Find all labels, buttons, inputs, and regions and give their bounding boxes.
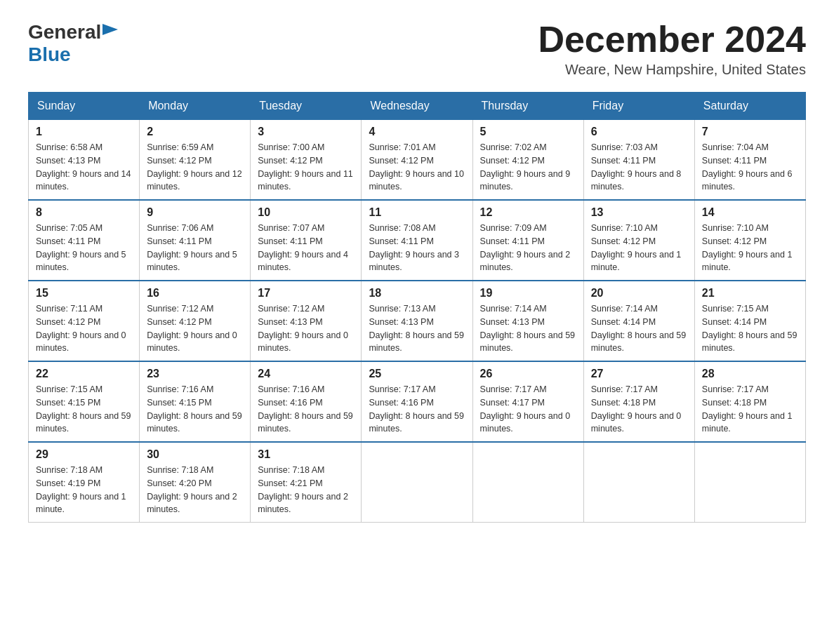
calendar-cell: 20Sunrise: 7:14 AMSunset: 4:14 PMDayligh…: [583, 281, 694, 361]
calendar-cell: 10Sunrise: 7:07 AMSunset: 4:11 PMDayligh…: [251, 200, 362, 281]
day-number: 19: [480, 287, 576, 300]
day-number: 17: [258, 287, 354, 300]
day-info: Sunrise: 7:17 AMSunset: 4:18 PMDaylight:…: [591, 383, 687, 436]
day-number: 3: [258, 126, 354, 138]
calendar-cell: [694, 442, 805, 523]
column-header-wednesday: Wednesday: [362, 93, 472, 120]
day-info: Sunrise: 7:14 AMSunset: 4:14 PMDaylight:…: [591, 302, 687, 355]
day-number: 21: [702, 287, 798, 300]
day-info: Sunrise: 7:01 AMSunset: 4:12 PMDaylight:…: [369, 141, 465, 194]
day-number: 31: [258, 448, 354, 461]
day-number: 29: [36, 448, 132, 461]
day-info: Sunrise: 7:07 AMSunset: 4:11 PMDaylight:…: [258, 222, 354, 274]
calendar-header-row: SundayMondayTuesdayWednesdayThursdayFrid…: [29, 93, 806, 120]
day-info: Sunrise: 7:16 AMSunset: 4:15 PMDaylight:…: [147, 383, 243, 436]
day-number: 14: [702, 206, 798, 219]
logo: General Blue: [28, 21, 118, 66]
day-number: 22: [36, 368, 132, 380]
day-info: Sunrise: 7:18 AMSunset: 4:20 PMDaylight:…: [147, 464, 243, 516]
day-number: 24: [258, 368, 354, 380]
day-number: 4: [369, 126, 465, 138]
day-number: 11: [369, 206, 465, 219]
day-number: 12: [480, 206, 576, 219]
day-number: 13: [591, 206, 687, 219]
day-info: Sunrise: 7:18 AMSunset: 4:19 PMDaylight:…: [36, 464, 132, 516]
day-info: Sunrise: 7:16 AMSunset: 4:16 PMDaylight:…: [258, 383, 354, 436]
day-info: Sunrise: 7:11 AMSunset: 4:12 PMDaylight:…: [36, 302, 132, 355]
day-info: Sunrise: 7:04 AMSunset: 4:11 PMDaylight:…: [702, 141, 798, 194]
logo-arrow-icon: [102, 24, 118, 39]
calendar-cell: 26Sunrise: 7:17 AMSunset: 4:17 PMDayligh…: [472, 361, 583, 442]
day-info: Sunrise: 7:15 AMSunset: 4:15 PMDaylight:…: [36, 383, 132, 436]
svg-marker-0: [102, 24, 118, 35]
calendar-cell: [583, 442, 694, 523]
calendar-cell: [362, 442, 472, 523]
calendar-week-row: 1Sunrise: 6:58 AMSunset: 4:13 PMDaylight…: [29, 120, 806, 201]
day-info: Sunrise: 7:00 AMSunset: 4:12 PMDaylight:…: [258, 141, 354, 194]
day-info: Sunrise: 7:10 AMSunset: 4:12 PMDaylight:…: [591, 222, 687, 274]
calendar-cell: 16Sunrise: 7:12 AMSunset: 4:12 PMDayligh…: [140, 281, 251, 361]
day-info: Sunrise: 7:17 AMSunset: 4:18 PMDaylight:…: [702, 383, 798, 436]
calendar-cell: 11Sunrise: 7:08 AMSunset: 4:11 PMDayligh…: [362, 200, 472, 281]
calendar-cell: 19Sunrise: 7:14 AMSunset: 4:13 PMDayligh…: [472, 281, 583, 361]
day-number: 16: [147, 287, 243, 300]
day-info: Sunrise: 7:06 AMSunset: 4:11 PMDaylight:…: [147, 222, 243, 274]
day-number: 23: [147, 368, 243, 380]
day-info: Sunrise: 7:12 AMSunset: 4:12 PMDaylight:…: [147, 302, 243, 355]
day-number: 20: [591, 287, 687, 300]
calendar-week-row: 29Sunrise: 7:18 AMSunset: 4:19 PMDayligh…: [29, 442, 806, 523]
calendar-cell: 25Sunrise: 7:17 AMSunset: 4:16 PMDayligh…: [362, 361, 472, 442]
calendar-cell: 23Sunrise: 7:16 AMSunset: 4:15 PMDayligh…: [140, 361, 251, 442]
day-info: Sunrise: 7:14 AMSunset: 4:13 PMDaylight:…: [480, 302, 576, 355]
calendar-cell: 14Sunrise: 7:10 AMSunset: 4:12 PMDayligh…: [694, 200, 805, 281]
calendar-cell: 4Sunrise: 7:01 AMSunset: 4:12 PMDaylight…: [362, 120, 472, 201]
calendar-cell: 5Sunrise: 7:02 AMSunset: 4:12 PMDaylight…: [472, 120, 583, 201]
calendar-cell: 24Sunrise: 7:16 AMSunset: 4:16 PMDayligh…: [251, 361, 362, 442]
day-info: Sunrise: 7:03 AMSunset: 4:11 PMDaylight:…: [591, 141, 687, 194]
day-number: 7: [702, 126, 798, 138]
calendar-cell: 31Sunrise: 7:18 AMSunset: 4:21 PMDayligh…: [251, 442, 362, 523]
day-info: Sunrise: 7:02 AMSunset: 4:12 PMDaylight:…: [480, 141, 576, 194]
day-number: 18: [369, 287, 465, 300]
logo-general-text: General: [28, 21, 101, 43]
location-text: Weare, New Hampshire, United States: [538, 62, 806, 78]
day-number: 5: [480, 126, 576, 138]
month-title: December 2024: [538, 21, 806, 58]
title-area: December 2024 Weare, New Hampshire, Unit…: [538, 21, 806, 78]
column-header-friday: Friday: [583, 93, 694, 120]
day-info: Sunrise: 7:17 AMSunset: 4:16 PMDaylight:…: [369, 383, 465, 436]
day-number: 26: [480, 368, 576, 380]
calendar-cell: 12Sunrise: 7:09 AMSunset: 4:11 PMDayligh…: [472, 200, 583, 281]
day-number: 28: [702, 368, 798, 380]
day-info: Sunrise: 7:12 AMSunset: 4:13 PMDaylight:…: [258, 302, 354, 355]
calendar-cell: 15Sunrise: 7:11 AMSunset: 4:12 PMDayligh…: [29, 281, 140, 361]
calendar-cell: 30Sunrise: 7:18 AMSunset: 4:20 PMDayligh…: [140, 442, 251, 523]
day-info: Sunrise: 7:15 AMSunset: 4:14 PMDaylight:…: [702, 302, 798, 355]
calendar-cell: 13Sunrise: 7:10 AMSunset: 4:12 PMDayligh…: [583, 200, 694, 281]
calendar-cell: 29Sunrise: 7:18 AMSunset: 4:19 PMDayligh…: [29, 442, 140, 523]
calendar-cell: 17Sunrise: 7:12 AMSunset: 4:13 PMDayligh…: [251, 281, 362, 361]
day-info: Sunrise: 7:05 AMSunset: 4:11 PMDaylight:…: [36, 222, 132, 274]
column-header-tuesday: Tuesday: [251, 93, 362, 120]
day-info: Sunrise: 7:08 AMSunset: 4:11 PMDaylight:…: [369, 222, 465, 274]
day-number: 27: [591, 368, 687, 380]
calendar-cell: 18Sunrise: 7:13 AMSunset: 4:13 PMDayligh…: [362, 281, 472, 361]
day-number: 2: [147, 126, 243, 138]
day-info: Sunrise: 7:09 AMSunset: 4:11 PMDaylight:…: [480, 222, 576, 274]
day-number: 6: [591, 126, 687, 138]
calendar-cell: 28Sunrise: 7:17 AMSunset: 4:18 PMDayligh…: [694, 361, 805, 442]
page-header: General Blue December 2024 Weare, New Ha…: [28, 21, 806, 78]
day-number: 10: [258, 206, 354, 219]
day-number: 9: [147, 206, 243, 219]
day-number: 15: [36, 287, 132, 300]
calendar-cell: 2Sunrise: 6:59 AMSunset: 4:12 PMDaylight…: [140, 120, 251, 201]
day-info: Sunrise: 7:17 AMSunset: 4:17 PMDaylight:…: [480, 383, 576, 436]
calendar-cell: 22Sunrise: 7:15 AMSunset: 4:15 PMDayligh…: [29, 361, 140, 442]
calendar-cell: [472, 442, 583, 523]
day-number: 30: [147, 448, 243, 461]
day-info: Sunrise: 7:18 AMSunset: 4:21 PMDaylight:…: [258, 464, 354, 516]
day-number: 1: [36, 126, 132, 138]
day-info: Sunrise: 6:59 AMSunset: 4:12 PMDaylight:…: [147, 141, 243, 194]
calendar-cell: 8Sunrise: 7:05 AMSunset: 4:11 PMDaylight…: [29, 200, 140, 281]
day-info: Sunrise: 7:10 AMSunset: 4:12 PMDaylight:…: [702, 222, 798, 274]
